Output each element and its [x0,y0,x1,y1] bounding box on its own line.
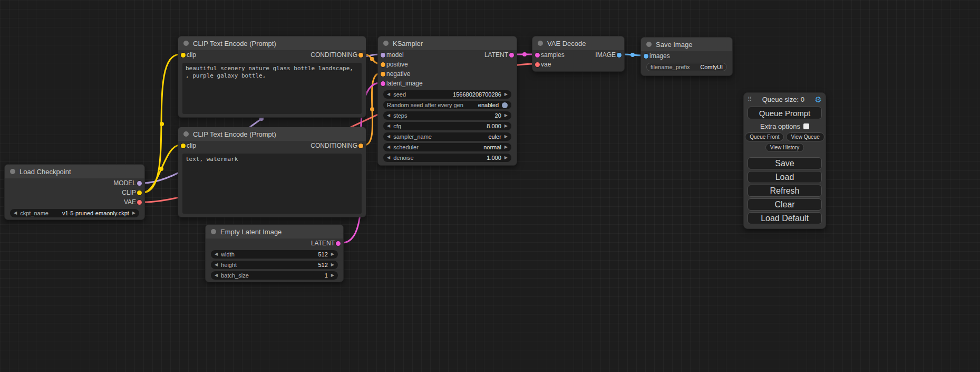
negative-prompt-textarea[interactable]: text, watermark [182,154,362,214]
view-queue-button[interactable]: View Queue [786,132,824,141]
node-empty-latent-image[interactable]: Empty Latent Image LATENT ◀ width 512 ▶ … [205,224,344,282]
widget-filename-prefix[interactable]: filename_prefix ComfyUI [646,63,727,71]
increment-arrow-icon[interactable]: ▶ [504,145,508,149]
output-slot-latent[interactable] [509,53,514,58]
extra-options-checkbox[interactable] [803,123,809,129]
output-slot-latent[interactable] [336,241,341,246]
node-clip-text-encode-negative[interactable]: CLIP Text Encode (Prompt) clip CONDITION… [178,127,366,217]
node-title-bar[interactable]: CLIP Text Encode (Prompt) [178,127,366,141]
save-button[interactable]: Save [748,157,822,169]
output-slot-conditioning[interactable] [358,144,363,148]
collapse-toggle-icon[interactable] [10,169,15,174]
input-slot-label: samples [541,51,565,59]
decrement-arrow-icon[interactable]: ◀ [14,211,17,215]
wire-midpoint-dot [630,53,635,57]
widget-height[interactable]: ◀ height 512 ▶ [211,261,338,269]
queue-panel[interactable]: ⠿ Queue size: 0 ⚙ Queue Prompt Extra opt… [743,92,826,229]
toggle-dot-icon[interactable] [502,102,508,108]
increment-arrow-icon[interactable]: ▶ [132,211,135,215]
slot-row: CLIP [5,188,144,197]
decrement-arrow-icon[interactable]: ◀ [215,273,218,278]
node-load-checkpoint[interactable]: Load Checkpoint MODEL CLIP VAE ◀ ckpt_na… [4,164,145,220]
increment-arrow-icon[interactable]: ▶ [504,156,508,160]
output-slot-model[interactable] [137,181,142,186]
node-graph-canvas[interactable]: Load Checkpoint MODEL CLIP VAE ◀ ckpt_na… [0,0,980,372]
node-title-bar[interactable]: VAE Decode [532,36,624,50]
increment-arrow-icon[interactable]: ▶ [504,113,508,118]
widget-label: denoise [393,155,414,161]
collapse-toggle-icon[interactable] [211,229,216,234]
input-slot-clip[interactable] [181,144,186,148]
widget-denoise[interactable]: ◀ denoise 1.000 ▶ [383,154,511,162]
widget-value: enabled [478,102,499,108]
output-slot-label: IMAGE [595,51,616,59]
settings-gear-icon[interactable]: ⚙ [815,96,822,103]
increment-arrow-icon[interactable]: ▶ [504,135,508,139]
increment-arrow-icon[interactable]: ▶ [504,92,508,97]
slot-row: latent_image [378,79,517,88]
node-title-bar[interactable]: CLIP Text Encode (Prompt) [178,36,366,50]
input-slot-model[interactable] [381,53,385,58]
widget-steps[interactable]: ◀ steps 20 ▶ [383,111,511,120]
collapse-toggle-icon[interactable] [183,41,189,46]
node-vae-decode[interactable]: VAE Decode samples IMAGE vae [532,36,625,72]
input-slot-positive[interactable] [381,62,385,67]
increment-arrow-icon[interactable]: ▶ [331,273,334,278]
queue-size-label: Queue size: 0 [755,96,811,103]
queue-prompt-button[interactable]: Queue Prompt [748,107,822,119]
input-slot-latent-image[interactable] [381,81,385,86]
input-slot-images[interactable] [644,54,648,59]
input-slot-negative[interactable] [381,72,385,77]
wire-midpoint-dot [370,107,374,111]
positive-prompt-textarea[interactable]: beautiful scenery nature glass bottle la… [182,63,362,114]
decrement-arrow-icon[interactable]: ◀ [387,156,390,160]
decrement-arrow-icon[interactable]: ◀ [387,92,390,97]
node-title-bar[interactable]: Empty Latent Image [206,225,343,239]
widget-width[interactable]: ◀ width 512 ▶ [211,250,338,259]
output-slot-image[interactable] [617,53,622,58]
collapse-toggle-icon[interactable] [646,42,652,47]
widget-cfg[interactable]: ◀ cfg 8.000 ▶ [383,122,511,130]
decrement-arrow-icon[interactable]: ◀ [215,252,218,256]
widget-batch-size[interactable]: ◀ batch_size 1 ▶ [211,271,338,280]
decrement-arrow-icon[interactable]: ◀ [387,124,390,128]
decrement-arrow-icon[interactable]: ◀ [387,135,390,139]
output-slot-label: MODEL [113,179,136,187]
widget-value: 1 [325,272,328,279]
output-slot-clip[interactable] [137,190,142,195]
decrement-arrow-icon[interactable]: ◀ [387,113,390,118]
increment-arrow-icon[interactable]: ▶ [331,252,334,256]
drag-handle-icon[interactable]: ⠿ [748,96,752,103]
widget-random-seed-toggle[interactable]: Random seed after every gen enabled [383,101,511,109]
clear-button[interactable]: Clear [748,198,822,211]
node-clip-text-encode-positive[interactable]: CLIP Text Encode (Prompt) clip CONDITION… [178,36,366,118]
increment-arrow-icon[interactable]: ▶ [504,124,508,128]
node-title-bar[interactable]: Load Checkpoint [5,165,144,178]
input-slot-samples[interactable] [535,53,540,58]
collapse-toggle-icon[interactable] [183,131,189,137]
slot-row: clip CONDITIONING [178,50,366,60]
node-title-bar[interactable]: Save Image [641,37,732,51]
load-default-button[interactable]: Load Default [748,212,822,224]
output-slot-vae[interactable] [137,200,142,205]
widget-seed[interactable]: ◀ seed 156680208700286 ▶ [383,90,511,99]
output-slot-conditioning[interactable] [358,53,363,58]
input-slot-clip[interactable] [181,53,186,58]
increment-arrow-icon[interactable]: ▶ [331,263,334,267]
queue-front-button[interactable]: Queue Front [745,132,784,141]
node-save-image[interactable]: Save Image images filename_prefix ComfyU… [641,37,733,76]
collapse-toggle-icon[interactable] [383,41,389,46]
node-title-bar[interactable]: KSampler [378,36,517,50]
refresh-button[interactable]: Refresh [748,185,822,197]
input-slot-vae[interactable] [535,62,540,67]
node-ksampler[interactable]: KSampler model LATENT positive negative … [377,36,517,166]
view-history-button[interactable]: View History [765,143,804,152]
collapse-toggle-icon[interactable] [538,41,543,46]
widget-ckpt-name[interactable]: ◀ ckpt_name v1-5-pruned-emaonly.ckpt ▶ [10,209,139,217]
widget-sampler-name[interactable]: ◀ sampler_name euler ▶ [383,132,511,141]
widget-scheduler[interactable]: ◀ scheduler normal ▶ [383,143,511,151]
decrement-arrow-icon[interactable]: ◀ [387,145,390,149]
load-button[interactable]: Load [748,171,822,183]
node-title: Save Image [656,41,692,49]
decrement-arrow-icon[interactable]: ◀ [215,263,218,267]
